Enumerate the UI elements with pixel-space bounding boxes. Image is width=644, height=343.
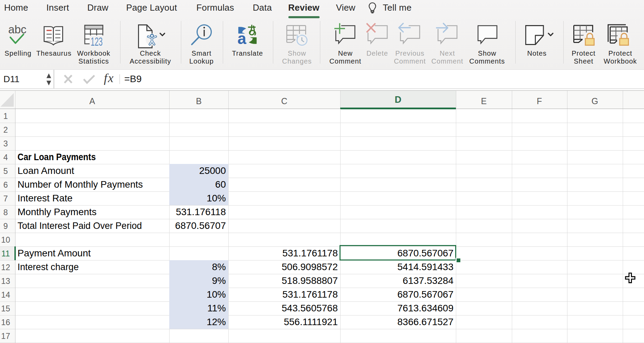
svg-text:fx: fx <box>104 71 114 85</box>
svg-text:123: 123 <box>91 35 103 48</box>
svg-text:a: a <box>238 30 246 47</box>
svg-text:abc: abc <box>8 23 26 36</box>
